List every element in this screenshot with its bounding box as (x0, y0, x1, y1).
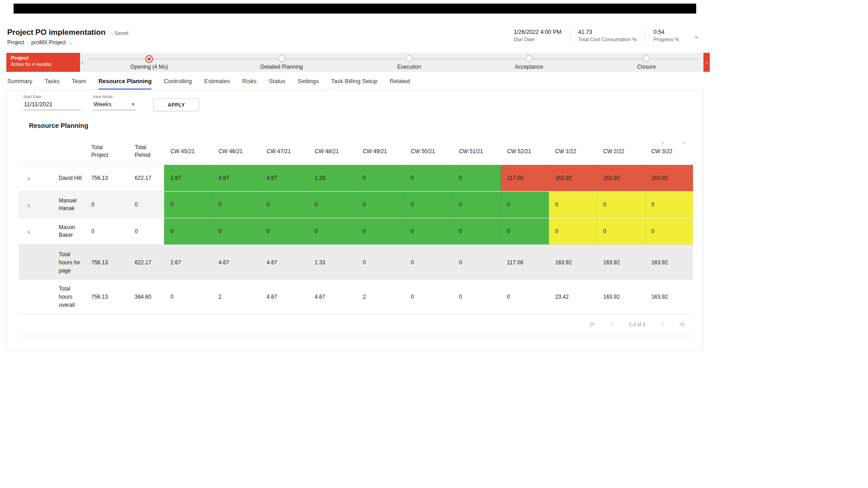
column-header: CW 1/22 (549, 138, 597, 164)
bpf-stage-execution[interactable]: Execution (397, 55, 421, 70)
content-panel: Start Date 11/11/2021 View Mode Weeks ▼ … (6, 89, 703, 350)
tab-task-billing-setup[interactable]: Task Billing Setup (331, 78, 377, 89)
allocation-cell-yellow: 0 (549, 218, 597, 244)
start-date-label: Start Date (23, 94, 81, 99)
resource-name: Mason Baker (52, 218, 85, 244)
total-project-value: 756.13 (85, 165, 128, 191)
column-header: CW 2/22 (597, 138, 645, 164)
column-header: CW 49/21 (356, 138, 404, 164)
bpf-stage-opening-mo[interactable]: Opening (4 Mo) (130, 55, 168, 70)
resource-planning-card: Resource Planning ‹ › Total ProjectTotal… (19, 114, 693, 336)
business-process-flow: Project Active for 4 months ‹ › Opening … (6, 53, 703, 72)
tab-status[interactable]: Status (269, 78, 285, 89)
totals-cell: 163.92 (597, 245, 645, 280)
totals-cell: 4.67 (260, 245, 308, 280)
pager-prev-page-icon[interactable]: ‹ (611, 321, 613, 328)
totals-spacer (19, 245, 52, 280)
tab-resource-planning[interactable]: Resource Planning (99, 78, 152, 89)
totals-row-page: Total hours for page756.13622.172.674.67… (19, 244, 693, 280)
totals-cell: 4.67 (212, 245, 260, 280)
totals-cell: 163.92 (597, 280, 645, 314)
header-stat-label: Total Cost Consumption % (578, 37, 637, 42)
tab-risks[interactable]: Risks (242, 78, 257, 89)
resource-row: ›David Hill756.13622.172.674.674.671.330… (19, 164, 693, 191)
apply-button[interactable]: APPLY (153, 99, 199, 111)
row-expand-icon[interactable]: › (19, 192, 52, 218)
bpf-scroll-right-icon[interactable]: › (703, 53, 710, 72)
allocation-cell-green: 0 (405, 165, 453, 191)
header-stat: 41.73Total Cost Consumption % (570, 28, 645, 43)
allocation-cell-yellow: 0 (597, 218, 645, 244)
bpf-status-badge[interactable]: Project Active for 4 months (6, 53, 80, 72)
pager-first-page-icon[interactable]: |< (590, 321, 594, 328)
totals-cell: 4.67 (260, 280, 308, 314)
column-header: CW 47/21 (260, 138, 308, 164)
resource-name: David Hill (52, 165, 85, 191)
totals-total-period: 364.60 (128, 280, 164, 314)
totals-label: Total hours overall (52, 280, 85, 314)
tab-estimates[interactable]: Estimates (204, 78, 230, 89)
header-stat-value: 0.54 (653, 29, 679, 35)
header-stat: 0.54Progress % (645, 28, 687, 43)
pager-prev-icon[interactable]: ‹ (662, 139, 664, 146)
breadcrumb-separator: · (27, 39, 28, 46)
tab-related[interactable]: Related (390, 78, 410, 89)
tab-team[interactable]: Team (72, 78, 86, 89)
allocation-cell-green: 0 (212, 218, 260, 244)
tab-summary[interactable]: Summary (7, 78, 33, 89)
total-period-value: 622.17 (128, 165, 164, 191)
totals-total-period: 622.17 (128, 245, 164, 280)
allocation-cell-green: 4.67 (212, 165, 260, 191)
allocation-cell-green: 0 (405, 218, 453, 244)
bpf-stage-acceptance[interactable]: Acceptance (515, 55, 543, 70)
resource-name: Manuel Hanak (52, 192, 85, 218)
bpf-stage-detailed-planning[interactable]: Detailed Planning (260, 55, 303, 70)
column-header: CW 45/21 (164, 138, 212, 164)
allocation-cell-green: 0 (453, 218, 500, 244)
page-title: Project PO implementation - Saved (7, 28, 128, 37)
tab-controlling[interactable]: Controlling (164, 78, 192, 89)
start-date-input[interactable]: 11/11/2021 (23, 99, 81, 110)
record-header: Project PO implementation - Saved Projec… (6, 26, 703, 49)
breadcrumb-record[interactable]: proMX Project (31, 39, 66, 46)
view-mode-select[interactable]: Weeks ▼ (93, 99, 136, 110)
total-period-value: 0 (128, 218, 164, 244)
header-stat-label: Due Date (514, 37, 561, 42)
totals-spacer (19, 280, 52, 314)
filter-bar: Start Date 11/11/2021 View Mode Weeks ▼ … (7, 90, 703, 112)
resource-row: ›Manuel Hanak0000000000000 (19, 191, 693, 218)
grid-body: ›David Hill756.13622.172.674.674.671.330… (19, 164, 693, 314)
tab-settings[interactable]: Settings (297, 78, 319, 89)
allocation-cell-green: 0 (164, 218, 212, 244)
breadcrumb-entity[interactable]: Project (7, 39, 24, 46)
bpf-stage-circle-icon (278, 55, 285, 62)
totals-cell: 0 (453, 245, 500, 280)
allocation-cell-yellow: 0 (549, 192, 597, 218)
pager-last-page-icon[interactable]: >| (679, 321, 684, 328)
grid-bottom-pager: |< ‹ 1-3 of 3 › >| (19, 314, 693, 336)
allocation-cell-green: 4.67 (260, 165, 308, 191)
bpf-stage-circle-icon (643, 55, 650, 62)
allocation-cell-green: 0 (260, 218, 308, 244)
allocation-cell-red: 117.08 (501, 165, 549, 191)
bpf-scroll-left-icon[interactable]: ‹ (81, 53, 84, 72)
allocation-cell-green: 2.67 (164, 165, 212, 191)
save-status: - Saved (111, 30, 128, 36)
allocation-cell-yellow: 0 (645, 218, 693, 244)
tab-tasks[interactable]: Tasks (45, 78, 60, 89)
totals-cell: 1.33 (308, 245, 356, 280)
row-expand-icon[interactable]: › (19, 218, 52, 244)
bpf-stage-label: Execution (397, 64, 421, 70)
pager-next-page-icon[interactable]: › (661, 321, 663, 328)
totals-total-project: 756.13 (85, 280, 128, 314)
allocation-cell-red: 163.92 (549, 165, 597, 191)
column-header: Total Period (128, 138, 164, 164)
header-stat-value: 1/26/2022 4:00 PM (514, 29, 561, 35)
bpf-stage-closure[interactable]: Closure (637, 55, 656, 70)
record-switcher-chevron-icon[interactable]: ⌄ (68, 40, 72, 45)
header-stat-label: Progress % (653, 37, 679, 42)
pager-next-icon[interactable]: › (683, 139, 685, 146)
bpf-stage-label: Closure (637, 64, 656, 70)
header-collapse-chevron-icon[interactable]: ⌄ (687, 32, 703, 39)
row-expand-icon[interactable]: › (19, 165, 52, 191)
